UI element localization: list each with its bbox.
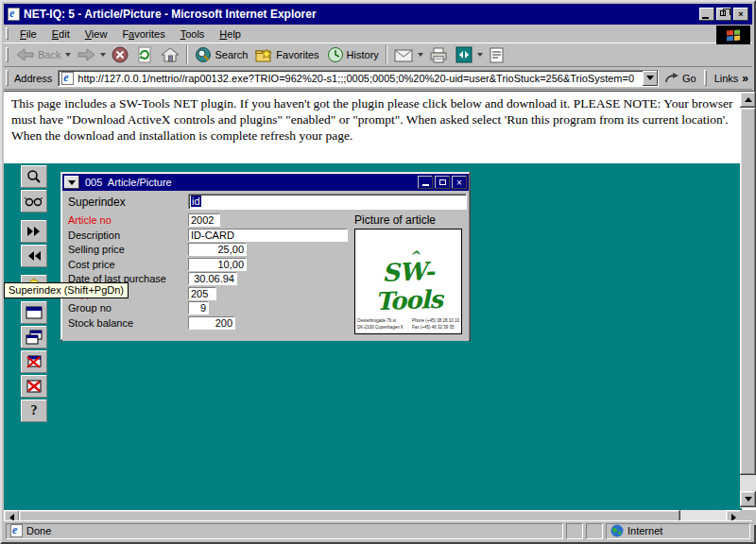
field-label-cost-price: Cost price	[68, 259, 115, 270]
vertical-scroll-thumb[interactable]	[740, 108, 756, 475]
plugin-maximize-button[interactable]	[435, 176, 450, 189]
go-arrow-icon	[664, 72, 679, 85]
delete-mail-icon	[26, 379, 43, 394]
standard-toolbar: Back Search Favorites History	[4, 43, 752, 67]
field-input-cost-price[interactable]: 10,00	[188, 258, 247, 271]
menu-tools[interactable]: Tools	[173, 26, 213, 42]
address-url: http://127.0.0.1/nettrio//rap00132.exe?T…	[77, 73, 634, 84]
minimize-button[interactable]	[699, 8, 714, 21]
plugin-minimize-button[interactable]	[418, 176, 433, 189]
toolbar-grip[interactable]	[6, 47, 9, 63]
toolbar-separator-2	[386, 45, 387, 64]
arrow-down-icon	[745, 497, 752, 505]
view-button[interactable]	[21, 190, 47, 212]
search-button[interactable]: Search	[191, 44, 251, 65]
window-button[interactable]	[21, 301, 47, 324]
scroll-down-button[interactable]	[740, 491, 756, 507]
print-icon	[429, 47, 448, 63]
page-icon	[61, 72, 74, 85]
print-button[interactable]	[425, 44, 452, 65]
status-pane-empty-1	[566, 523, 583, 539]
links-grip[interactable]	[704, 70, 707, 85]
next-record-button[interactable]	[21, 220, 47, 243]
edit-dropdown[interactable]	[477, 53, 483, 60]
superindex-input[interactable]: id	[188, 194, 467, 210]
back-button[interactable]: Back	[12, 44, 64, 65]
field-input-article-no[interactable]: 2002	[188, 213, 220, 227]
maximize-icon	[439, 179, 446, 185]
delete-button[interactable]	[21, 375, 47, 398]
go-button[interactable]: Go	[659, 72, 702, 85]
menu-view[interactable]: View	[77, 26, 115, 42]
address-dropdown[interactable]	[643, 71, 658, 86]
discuss-button[interactable]	[485, 44, 508, 65]
toolbar-separator	[186, 45, 188, 64]
stop-button[interactable]	[108, 44, 132, 65]
menu-edit[interactable]: Edit	[44, 26, 77, 42]
plugin-close-button[interactable]: ×	[452, 176, 467, 189]
forward-dropdown[interactable]	[100, 53, 106, 60]
discuss-icon	[489, 47, 505, 63]
menu-help[interactable]: Help	[212, 26, 249, 42]
window-title: NET-IQ: 5 - Article/Picture - Microsoft …	[24, 8, 697, 21]
form-menu-dropdown[interactable]	[64, 176, 79, 189]
mail-dropdown[interactable]	[418, 53, 423, 60]
edit-button[interactable]	[452, 44, 476, 65]
plugin-window-titlebar[interactable]: 005 Article/Picture ×	[62, 174, 469, 191]
menu-file[interactable]: File	[12, 26, 44, 42]
field-input-selling-price[interactable]: 25,00	[188, 243, 247, 256]
zone-text: Internet	[627, 525, 662, 536]
restore-button[interactable]	[716, 8, 731, 21]
menu-favorites[interactable]: Favorites	[114, 26, 172, 42]
windows-flag-icon	[727, 29, 740, 41]
question-mark-icon: ?	[31, 403, 38, 418]
minimize-icon	[702, 17, 709, 19]
close-button[interactable]: ×	[733, 8, 748, 21]
address-input[interactable]: http://127.0.0.1/nettrio//rap00132.exe?T…	[58, 70, 659, 87]
menubar-grip[interactable]	[6, 27, 9, 40]
favorites-button[interactable]: Favorites	[251, 44, 322, 65]
plugin-form-body: Superindex id Article no 2002 Descriptio…	[62, 191, 469, 341]
picture-of-article-label: Picture of article	[354, 213, 436, 227]
field-input-supplier-no[interactable]: 205	[188, 287, 216, 300]
superindex-selected-text: id	[191, 196, 201, 207]
search-icon	[195, 46, 212, 63]
back-arrow-icon	[16, 47, 35, 62]
field-input-stock-balance[interactable]: 200	[188, 316, 235, 330]
forward-arrow-icon	[77, 47, 95, 62]
scroll-up-button[interactable]	[740, 92, 756, 108]
plugin-notice-text: This page includes a SW-Tools NET plugin…	[11, 96, 737, 144]
double-arrow-left-icon	[26, 250, 42, 262]
refresh-button[interactable]	[132, 44, 157, 65]
field-input-description[interactable]: ID-CARD	[188, 229, 348, 242]
field-input-group-no[interactable]: 9	[188, 301, 209, 314]
zoom-button[interactable]	[21, 165, 47, 188]
history-button[interactable]: History	[323, 44, 383, 65]
chevron-down-icon	[68, 180, 76, 189]
field-label-article-no: Article no	[68, 214, 112, 226]
links-toolbar[interactable]: Links »	[711, 72, 752, 85]
forward-button[interactable]	[73, 44, 99, 65]
favorites-label: Favorites	[276, 49, 318, 60]
ie-logo-icon	[8, 8, 20, 21]
addressbar-grip[interactable]	[6, 70, 9, 85]
home-button[interactable]	[157, 44, 183, 65]
home-icon	[161, 46, 180, 63]
field-label-selling-price: Selling price	[68, 244, 125, 255]
document-icon	[10, 524, 23, 537]
back-dropdown[interactable]	[65, 53, 71, 60]
links-label: Links	[714, 73, 739, 84]
logo-fine-print: Oesterbrogade 76 stDK-2100 Copenhagen K …	[357, 318, 459, 331]
vertical-scrollbar[interactable]	[740, 92, 756, 508]
close-window-button[interactable]	[21, 350, 47, 373]
magnifier-icon	[26, 169, 42, 184]
mail-button[interactable]	[390, 44, 417, 65]
tooltip: Superindex (Shift+PgDn)	[4, 282, 129, 298]
help-button[interactable]: ?	[21, 400, 47, 422]
previous-record-button[interactable]	[21, 245, 47, 267]
browser-viewport: This page includes a SW-Tools NET plugin…	[4, 91, 756, 524]
double-arrow-right-icon	[26, 226, 42, 237]
window-icon	[26, 306, 43, 319]
cascade-windows-button[interactable]	[21, 326, 47, 348]
field-input-date-of-last-purchase[interactable]: 30.06.94	[188, 272, 237, 285]
